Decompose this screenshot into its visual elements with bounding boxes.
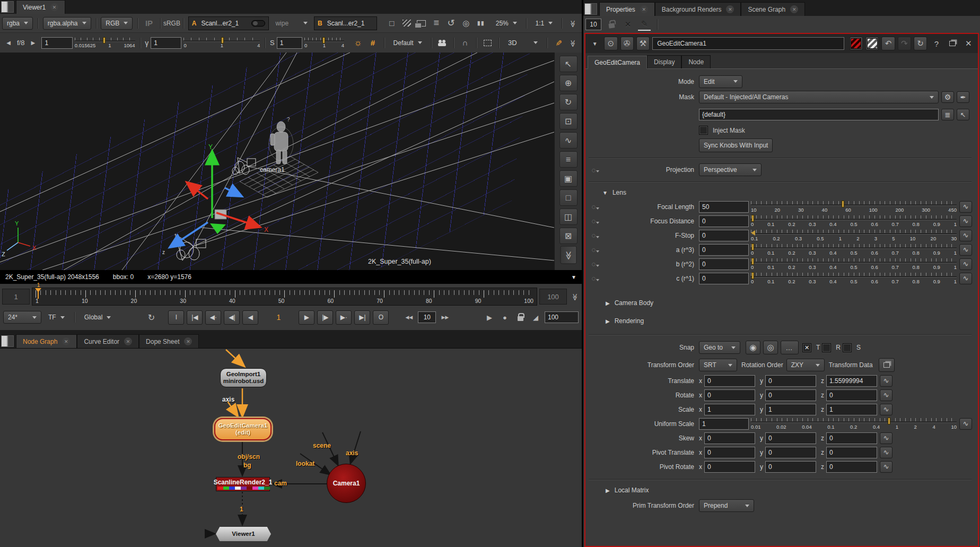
curve-button[interactable]: ∿ — [959, 258, 972, 270]
lock-range-icon[interactable] — [514, 311, 527, 324]
tab-node-graph[interactable]: Node Graph ✕ — [16, 334, 77, 348]
scale-tool-icon[interactable]: ⊡ — [559, 113, 578, 129]
lut-dropdown[interactable]: Default — [389, 37, 426, 49]
curve-button[interactable]: ∿ — [880, 375, 892, 387]
gl-color-swatch[interactable] — [865, 37, 879, 50]
mask-picker-button[interactable]: ✒ — [957, 91, 969, 103]
goto-end-button[interactable]: ▶| — [354, 310, 370, 325]
scale-y-field[interactable]: 1 — [765, 404, 816, 415]
close-icon[interactable]: ✕ — [184, 337, 192, 345]
update-viewer-icon[interactable]: ↺ — [445, 17, 458, 30]
snap-s-checkbox[interactable] — [843, 343, 852, 352]
tab-viewer1[interactable]: Viewer1 ✕ — [16, 0, 65, 14]
curve-button[interactable]: ∿ — [880, 404, 892, 415]
mask-settings-button[interactable]: ⚙ — [941, 91, 954, 103]
record-icon[interactable]: ● — [498, 311, 511, 324]
frame-selected-icon[interactable]: ▣ — [559, 170, 578, 187]
mask-dropdown[interactable]: Default - Injected/All Cameras — [699, 91, 939, 103]
pane-menu-icon[interactable] — [584, 3, 597, 15]
animation-menu-icon[interactable]: ◌ — [587, 231, 605, 239]
next-aperture-icon[interactable]: ▶ — [27, 37, 39, 49]
prev-keyframe-button[interactable]: ◀· — [205, 310, 221, 325]
translate-tool-icon[interactable]: ⊕ — [559, 75, 578, 91]
proxy-dropdown[interactable]: 1:1 — [531, 17, 557, 30]
gamma-field[interactable]: 1 — [151, 37, 181, 49]
saturation-slider[interactable]: 014 — [304, 37, 344, 49]
timeline-ruler[interactable]: 1102030405060708090100 1 — [32, 288, 537, 306]
close-icon[interactable]: ✕ — [124, 337, 132, 345]
curve-button[interactable]: ∿ — [959, 418, 972, 430]
b-field[interactable]: 0 — [699, 258, 749, 270]
snap-r-checkbox[interactable] — [822, 343, 831, 352]
redo-icon[interactable]: ↷ — [898, 37, 911, 50]
monitor-out-icon[interactable] — [415, 17, 428, 30]
undo-icon[interactable]: ↶ — [881, 37, 895, 50]
gain-field[interactable]: 1 — [41, 37, 72, 49]
more-tools-chevron-icon[interactable]: ≫ — [567, 17, 580, 30]
gain-slider[interactable]: 0.01562511064 — [75, 37, 135, 49]
rotate-x-field[interactable]: 0 — [704, 389, 755, 401]
node-scanlinerender[interactable]: ScanlineRender2_1 — [216, 477, 270, 491]
curve-tool-icon[interactable]: ∿ — [559, 132, 578, 149]
animation-menu-icon[interactable]: ◌ — [587, 203, 605, 211]
rotate-z-field[interactable]: 0 — [826, 389, 877, 401]
frame-increment-field[interactable]: 10 — [418, 311, 436, 323]
row-layout-icon[interactable]: ≡ — [559, 151, 578, 168]
prev-aperture-icon[interactable]: ◀ — [2, 37, 15, 49]
curve-button[interactable]: ∿ — [959, 215, 972, 227]
step-back-button[interactable]: ◀| — [224, 310, 240, 325]
tab-background-renders[interactable]: Background Renders ✕ — [655, 2, 741, 16]
rotate-tool-icon[interactable]: ↻ — [559, 94, 578, 110]
viewer-colorspace-button[interactable]: sRGB — [165, 17, 178, 30]
flipbook-icon[interactable]: ◢ — [529, 311, 542, 324]
snap-menu-button[interactable]: … — [781, 341, 799, 354]
smooth-curve-icon[interactable]: ∩ — [459, 37, 471, 49]
prim-transform-order-dropdown[interactable]: Prepend — [699, 499, 754, 512]
tab-display[interactable]: Display — [647, 55, 681, 68]
translate-z-field[interactable]: 1.55999994 — [826, 375, 877, 387]
close-icon[interactable]: ✕ — [50, 3, 58, 11]
jump-forward-icon[interactable]: ▶▶ — [439, 311, 451, 324]
viewport-3d[interactable]: Y Z X Y X z camera1 ? 2K_Super_35(full-a… — [0, 53, 554, 270]
node-reel-icon[interactable]: ✇ — [620, 37, 634, 50]
node-geoimport1[interactable]: GeoImport1 minirobot.usd — [220, 368, 267, 387]
skew-z-field[interactable]: 0 — [826, 432, 877, 444]
fstop-field[interactable]: 0 — [699, 230, 749, 241]
roi-icon[interactable]: ◎ — [460, 17, 472, 30]
timeline-more-chevron-icon[interactable]: ≫ — [569, 290, 582, 303]
scene-tree-button[interactable]: ≣ — [941, 109, 954, 120]
pivot-translate-z-field[interactable]: 0 — [826, 447, 877, 458]
a-slider[interactable]: 00.10.20.30.40.50.60.70.80.91 — [751, 243, 957, 257]
snap-orientation-button[interactable]: ◎ — [763, 341, 778, 354]
edit-name-icon[interactable]: ✎ — [638, 18, 651, 31]
zoom-dropdown[interactable]: 25% — [492, 17, 521, 30]
pivot-rotate-z-field[interactable]: 0 — [826, 461, 877, 473]
input-process-button[interactable]: IP — [143, 17, 155, 30]
close-all-panels-icon[interactable]: ✕ — [622, 18, 634, 31]
node-camera1[interactable]: Camera1 — [327, 464, 366, 503]
scale-z-field[interactable]: 1 — [826, 404, 877, 415]
mask-pattern-field[interactable]: {default} — [699, 109, 939, 120]
set-in-button[interactable]: I — [168, 310, 184, 325]
rendering-group-header[interactable]: ▶ Rendering — [587, 314, 974, 328]
layer-dropdown[interactable]: rgba.alpha — [43, 17, 91, 30]
snap-t-checkbox[interactable]: ✕ — [802, 343, 811, 352]
info-dropdown-icon[interactable]: ▼ — [571, 274, 576, 280]
translate-x-field[interactable]: 0 — [704, 375, 755, 387]
sync-knobs-button[interactable]: Sync Knobs With Input — [699, 138, 773, 152]
split-view-icon[interactable]: ◫ — [559, 209, 578, 225]
close-icon[interactable]: ✕ — [790, 5, 798, 13]
set-out-button[interactable]: O — [373, 310, 389, 325]
center-node-icon[interactable]: ⊙ — [604, 37, 617, 50]
pivot-translate-x-field[interactable]: 0 — [704, 447, 755, 458]
uniform-scale-field[interactable]: 1 — [699, 418, 749, 430]
pivot-rotate-x-field[interactable]: 0 — [704, 461, 755, 473]
checkerboard-icon[interactable] — [400, 17, 413, 30]
display-channel-dropdown[interactable]: RGB — [101, 17, 133, 30]
skew-x-field[interactable]: 0 — [704, 432, 755, 444]
frame-all-icon[interactable]: □ — [559, 189, 578, 206]
b-slider[interactable]: 00.10.20.30.40.50.60.70.80.91 — [751, 257, 957, 271]
loop-mode-icon[interactable]: ↻ — [145, 311, 158, 324]
playhead[interactable] — [38, 288, 39, 299]
step-forward-button[interactable]: |▶ — [317, 310, 333, 325]
